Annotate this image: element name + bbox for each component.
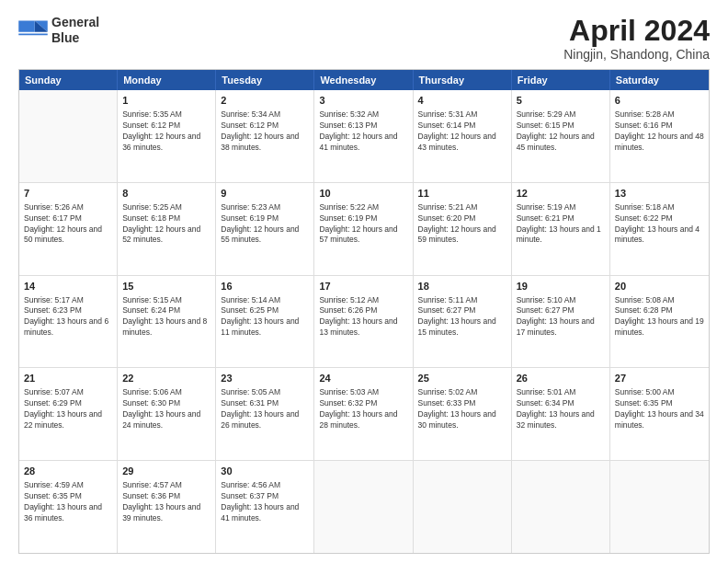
cal-cell: 24Sunrise: 5:03 AM Sunset: 6:32 PM Dayli… [314, 368, 413, 460]
cell-info: Sunrise: 5:07 AM Sunset: 6:29 PM Dayligh… [24, 387, 112, 431]
cal-cell: 4Sunrise: 5:31 AM Sunset: 6:14 PM Daylig… [414, 90, 512, 182]
cell-info: Sunrise: 5:29 AM Sunset: 6:15 PM Dayligh… [517, 109, 605, 154]
location-subtitle: Ningjin, Shandong, China [563, 47, 710, 62]
cal-cell [414, 461, 512, 553]
day-number: 8 [122, 187, 210, 201]
cal-week-2: 7Sunrise: 5:26 AM Sunset: 6:17 PM Daylig… [19, 183, 709, 276]
cal-cell: 22Sunrise: 5:06 AM Sunset: 6:30 PM Dayli… [118, 368, 216, 460]
cal-cell: 19Sunrise: 5:10 AM Sunset: 6:27 PM Dayli… [512, 276, 610, 368]
day-number: 12 [517, 187, 605, 201]
cal-cell [19, 90, 118, 182]
day-number: 2 [221, 94, 309, 108]
cal-cell: 30Sunrise: 4:56 AM Sunset: 6:37 PM Dayli… [216, 461, 314, 553]
calendar-body: 1Sunrise: 5:35 AM Sunset: 6:12 PM Daylig… [19, 90, 709, 553]
day-number: 25 [418, 372, 506, 385]
header-day-saturday: Saturday [610, 70, 709, 90]
header-day-monday: Monday [118, 70, 216, 90]
cell-info: Sunrise: 5:03 AM Sunset: 6:32 PM Dayligh… [319, 387, 407, 431]
cell-info: Sunrise: 5:10 AM Sunset: 6:27 PM Dayligh… [517, 295, 605, 339]
cell-info: Sunrise: 5:15 AM Sunset: 6:24 PM Dayligh… [122, 295, 210, 339]
cell-info: Sunrise: 5:12 AM Sunset: 6:26 PM Dayligh… [319, 295, 407, 339]
cell-info: Sunrise: 5:06 AM Sunset: 6:30 PM Dayligh… [122, 387, 210, 431]
day-number: 16 [221, 280, 309, 293]
cell-info: Sunrise: 5:02 AM Sunset: 6:33 PM Dayligh… [418, 387, 506, 431]
header-day-thursday: Thursday [414, 70, 512, 90]
cell-info: Sunrise: 5:00 AM Sunset: 6:35 PM Dayligh… [615, 387, 704, 431]
calendar: SundayMondayTuesdayWednesdayThursdayFrid… [18, 69, 710, 554]
cal-week-3: 14Sunrise: 5:17 AM Sunset: 6:23 PM Dayli… [19, 276, 709, 369]
cal-week-4: 21Sunrise: 5:07 AM Sunset: 6:29 PM Dayli… [19, 368, 709, 461]
day-number: 21 [24, 372, 112, 385]
day-number: 19 [517, 280, 605, 293]
day-number: 28 [24, 465, 112, 478]
day-number: 24 [319, 372, 407, 385]
cal-cell: 20Sunrise: 5:08 AM Sunset: 6:28 PM Dayli… [610, 276, 709, 368]
month-title: April 2024 [563, 15, 710, 47]
cell-info: Sunrise: 5:19 AM Sunset: 6:21 PM Dayligh… [517, 202, 605, 247]
cell-info: Sunrise: 5:18 AM Sunset: 6:22 PM Dayligh… [615, 202, 704, 247]
svg-rect-4 [18, 33, 48, 35]
day-number: 11 [418, 187, 506, 201]
cell-info: Sunrise: 5:14 AM Sunset: 6:25 PM Dayligh… [221, 295, 309, 339]
cal-cell: 16Sunrise: 5:14 AM Sunset: 6:25 PM Dayli… [216, 276, 314, 368]
day-number: 10 [319, 187, 407, 201]
cal-cell [314, 461, 413, 553]
title-block: April 2024 Ningjin, Shandong, China [563, 15, 710, 62]
svg-rect-3 [18, 20, 35, 31]
day-number: 1 [122, 94, 210, 108]
cell-info: Sunrise: 5:17 AM Sunset: 6:23 PM Dayligh… [24, 295, 112, 339]
cell-info: Sunrise: 5:05 AM Sunset: 6:31 PM Dayligh… [221, 387, 309, 431]
day-number: 14 [24, 280, 112, 293]
cell-info: Sunrise: 5:08 AM Sunset: 6:28 PM Dayligh… [615, 295, 704, 339]
logo: General Blue [18, 15, 99, 46]
cal-cell: 17Sunrise: 5:12 AM Sunset: 6:26 PM Dayli… [314, 276, 413, 368]
cell-info: Sunrise: 5:31 AM Sunset: 6:14 PM Dayligh… [418, 109, 506, 154]
cal-cell: 1Sunrise: 5:35 AM Sunset: 6:12 PM Daylig… [118, 90, 216, 182]
cal-cell: 13Sunrise: 5:18 AM Sunset: 6:22 PM Dayli… [610, 183, 709, 275]
cal-cell: 27Sunrise: 5:00 AM Sunset: 6:35 PM Dayli… [610, 368, 709, 460]
day-number: 20 [615, 280, 704, 293]
cal-cell: 10Sunrise: 5:22 AM Sunset: 6:19 PM Dayli… [314, 183, 413, 275]
cell-info: Sunrise: 5:01 AM Sunset: 6:34 PM Dayligh… [517, 387, 605, 431]
cal-cell: 28Sunrise: 4:59 AM Sunset: 6:35 PM Dayli… [19, 461, 118, 553]
cal-cell: 25Sunrise: 5:02 AM Sunset: 6:33 PM Dayli… [414, 368, 512, 460]
day-number: 23 [221, 372, 309, 385]
day-number: 5 [517, 94, 605, 108]
day-number: 13 [615, 187, 704, 201]
cal-cell: 3Sunrise: 5:32 AM Sunset: 6:13 PM Daylig… [314, 90, 413, 182]
cal-cell: 29Sunrise: 4:57 AM Sunset: 6:36 PM Dayli… [118, 461, 216, 553]
day-number: 15 [122, 280, 210, 293]
logo-text: General Blue [51, 15, 99, 46]
cal-cell: 18Sunrise: 5:11 AM Sunset: 6:27 PM Dayli… [414, 276, 512, 368]
day-number: 17 [319, 280, 407, 293]
day-number: 27 [615, 372, 704, 385]
cal-week-1: 1Sunrise: 5:35 AM Sunset: 6:12 PM Daylig… [19, 90, 709, 183]
cal-cell: 23Sunrise: 5:05 AM Sunset: 6:31 PM Dayli… [216, 368, 314, 460]
cell-info: Sunrise: 5:25 AM Sunset: 6:18 PM Dayligh… [122, 202, 210, 247]
logo-icon [18, 17, 48, 43]
cell-info: Sunrise: 5:11 AM Sunset: 6:27 PM Dayligh… [418, 295, 506, 339]
cal-cell: 15Sunrise: 5:15 AM Sunset: 6:24 PM Dayli… [118, 276, 216, 368]
cal-cell: 7Sunrise: 5:26 AM Sunset: 6:17 PM Daylig… [19, 183, 118, 275]
page: General Blue April 2024 Ningjin, Shandon… [0, 0, 728, 563]
cal-cell: 5Sunrise: 5:29 AM Sunset: 6:15 PM Daylig… [512, 90, 610, 182]
cell-info: Sunrise: 4:56 AM Sunset: 6:37 PM Dayligh… [221, 480, 309, 524]
cal-cell [610, 461, 709, 553]
cal-cell: 9Sunrise: 5:23 AM Sunset: 6:19 PM Daylig… [216, 183, 314, 275]
day-number: 6 [615, 94, 704, 108]
cal-cell: 12Sunrise: 5:19 AM Sunset: 6:21 PM Dayli… [512, 183, 610, 275]
cell-info: Sunrise: 5:21 AM Sunset: 6:20 PM Dayligh… [418, 202, 506, 247]
day-number: 26 [517, 372, 605, 385]
cal-cell: 21Sunrise: 5:07 AM Sunset: 6:29 PM Dayli… [19, 368, 118, 460]
cal-cell: 14Sunrise: 5:17 AM Sunset: 6:23 PM Dayli… [19, 276, 118, 368]
header-day-friday: Friday [512, 70, 610, 90]
cell-info: Sunrise: 5:22 AM Sunset: 6:19 PM Dayligh… [319, 202, 407, 247]
header: General Blue April 2024 Ningjin, Shandon… [18, 15, 710, 62]
day-number: 3 [319, 94, 407, 108]
cal-cell: 8Sunrise: 5:25 AM Sunset: 6:18 PM Daylig… [118, 183, 216, 275]
calendar-header: SundayMondayTuesdayWednesdayThursdayFrid… [19, 70, 709, 90]
day-number: 4 [418, 94, 506, 108]
header-day-wednesday: Wednesday [314, 70, 413, 90]
cal-cell: 26Sunrise: 5:01 AM Sunset: 6:34 PM Dayli… [512, 368, 610, 460]
header-day-tuesday: Tuesday [216, 70, 314, 90]
